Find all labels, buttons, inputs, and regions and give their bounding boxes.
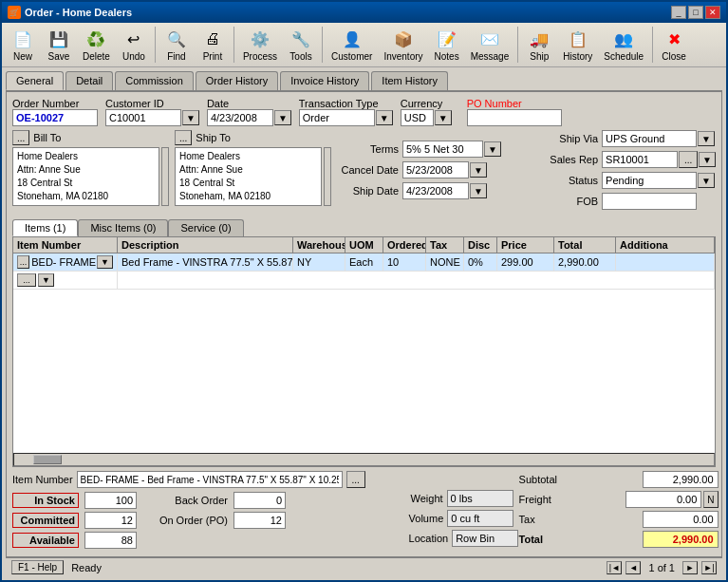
- maximize-button[interactable]: □: [688, 6, 703, 19]
- new-item-btn[interactable]: ...: [17, 273, 36, 287]
- ship-button[interactable]: 🚚 Ship: [522, 25, 556, 65]
- customer-button[interactable]: 👤 Customer: [327, 25, 377, 65]
- transaction-type-btn[interactable]: ▼: [376, 110, 393, 125]
- ship-to-btn[interactable]: ...: [175, 130, 192, 145]
- item-number-cell: BED- FRAME: [31, 256, 96, 268]
- table-row[interactable]: ... BED- FRAME ▼ Bed Frame - VINSTRA 77.…: [13, 253, 715, 272]
- po-number-label: PO Number: [467, 98, 562, 109]
- freight-code-btn[interactable]: N: [703, 491, 718, 508]
- help-button[interactable]: F1 - Help: [11, 560, 64, 574]
- history-icon: 📋: [567, 28, 589, 50]
- disc-cell: 0%: [464, 253, 497, 271]
- save-button[interactable]: 💾 Save: [42, 25, 76, 65]
- status-btn[interactable]: ▼: [698, 173, 715, 188]
- ordered-cell: 10: [383, 253, 426, 271]
- nav-prev-btn[interactable]: ◄: [625, 561, 641, 574]
- terms-input[interactable]: [402, 141, 483, 158]
- new-icon: 📄: [11, 28, 34, 50]
- col-ordered: Ordered: [383, 237, 426, 253]
- delete-button[interactable]: ♻️ Delete: [78, 25, 115, 65]
- back-order-value[interactable]: [233, 492, 286, 509]
- status-input[interactable]: [602, 172, 697, 189]
- tab-general[interactable]: General: [6, 71, 64, 90]
- date-input[interactable]: [207, 109, 273, 126]
- tab-invoice-history[interactable]: Invoice History: [280, 71, 369, 90]
- ship-via-input[interactable]: [602, 130, 697, 147]
- ship-via-btn[interactable]: ▼: [698, 131, 715, 146]
- sales-rep-dots-btn[interactable]: ...: [679, 151, 698, 168]
- inventory-icon: 📦: [392, 28, 415, 50]
- status-text: Ready: [71, 562, 102, 573]
- ship-date-input[interactable]: [402, 182, 469, 199]
- tab-items[interactable]: Items (1): [12, 219, 78, 236]
- items-tab-bar: Items (1) Misc Items (0) Service (0): [12, 219, 716, 236]
- currency-btn[interactable]: ▼: [435, 110, 452, 125]
- sales-rep-btn[interactable]: ▼: [699, 152, 716, 167]
- history-button[interactable]: 📋 History: [558, 25, 597, 65]
- ship-via-label: Ship Via: [546, 133, 598, 144]
- minimize-button[interactable]: _: [671, 6, 686, 19]
- tax-value: [643, 511, 719, 528]
- volume-input: [447, 510, 513, 527]
- price-cell: 299.00: [497, 253, 554, 271]
- tab-service[interactable]: Service (0): [168, 219, 243, 236]
- cancel-date-btn[interactable]: ▼: [470, 162, 487, 178]
- item-number-detail-btn[interactable]: ...: [346, 471, 365, 488]
- subtotal-label: Subtotal: [519, 474, 557, 485]
- on-order-value[interactable]: [233, 512, 286, 529]
- currency-input[interactable]: [401, 109, 434, 126]
- new-button[interactable]: 📄 New: [6, 25, 40, 65]
- total-label: Total: [519, 534, 543, 545]
- undo-button[interactable]: ↩ Undo: [117, 25, 151, 65]
- scrollbar-thumb[interactable]: [33, 455, 62, 464]
- sales-rep-input[interactable]: [602, 151, 678, 168]
- schedule-button[interactable]: 👥 Schedule: [599, 25, 648, 65]
- inventory-button[interactable]: 📦 Inventory: [379, 25, 427, 65]
- customer-id-btn[interactable]: ▼: [182, 110, 199, 125]
- po-number-input[interactable]: [467, 109, 562, 126]
- cancel-date-label: Cancel Date: [337, 164, 399, 176]
- subtotal-value: [643, 471, 719, 488]
- order-number-input[interactable]: [12, 109, 98, 126]
- in-stock-value[interactable]: [84, 492, 137, 509]
- col-description: Description: [118, 237, 293, 253]
- tab-commission[interactable]: Commission: [115, 71, 194, 90]
- close-button[interactable]: ✖ Close: [657, 25, 691, 65]
- freight-value[interactable]: [625, 491, 701, 508]
- grid-scrollbar-h[interactable]: [13, 453, 715, 466]
- new-item-dropdown-btn[interactable]: ▼: [38, 273, 54, 287]
- nav-next-btn[interactable]: ►: [682, 561, 698, 574]
- nav-last-btn[interactable]: ►|: [701, 561, 717, 574]
- table-row-new[interactable]: ... ▼: [13, 272, 715, 290]
- available-value[interactable]: [84, 532, 137, 549]
- customer-id-input[interactable]: [105, 109, 181, 126]
- bill-to-btn[interactable]: ...: [12, 130, 29, 145]
- ship-date-btn[interactable]: ▼: [470, 183, 487, 198]
- message-button[interactable]: ✉️ Message: [466, 25, 514, 65]
- col-warehouse: Warehouse: [293, 237, 345, 253]
- close-window-button[interactable]: ✕: [705, 6, 720, 19]
- item-dropdown-btn[interactable]: ▼: [97, 255, 113, 269]
- process-button[interactable]: ⚙️ Process: [238, 25, 282, 65]
- fob-input[interactable]: [602, 193, 697, 210]
- print-icon: 🖨: [201, 28, 224, 50]
- item-select-btn[interactable]: ...: [17, 255, 29, 269]
- transaction-type-input[interactable]: [299, 109, 375, 126]
- terms-label: Terms: [337, 143, 399, 155]
- tab-detail[interactable]: Detail: [65, 71, 113, 90]
- notes-button[interactable]: 📝 Notes: [430, 25, 464, 65]
- cancel-date-input[interactable]: [402, 161, 469, 178]
- date-btn[interactable]: ▼: [274, 110, 291, 125]
- committed-value[interactable]: [84, 512, 137, 529]
- print-button[interactable]: 🖨 Print: [196, 25, 230, 65]
- terms-btn[interactable]: ▼: [484, 141, 501, 157]
- tab-misc-items[interactable]: Misc Items (0): [78, 219, 168, 236]
- find-button[interactable]: 🔍 Find: [159, 25, 194, 65]
- total-value: [643, 531, 719, 548]
- tools-button[interactable]: 🔧 Tools: [284, 25, 318, 65]
- sales-rep-label: Sales Rep: [546, 154, 598, 165]
- item-number-detail-input[interactable]: [77, 471, 343, 488]
- tab-item-history[interactable]: Item History: [371, 71, 448, 90]
- tab-order-history[interactable]: Order History: [196, 71, 278, 90]
- nav-first-btn[interactable]: |◄: [607, 561, 622, 574]
